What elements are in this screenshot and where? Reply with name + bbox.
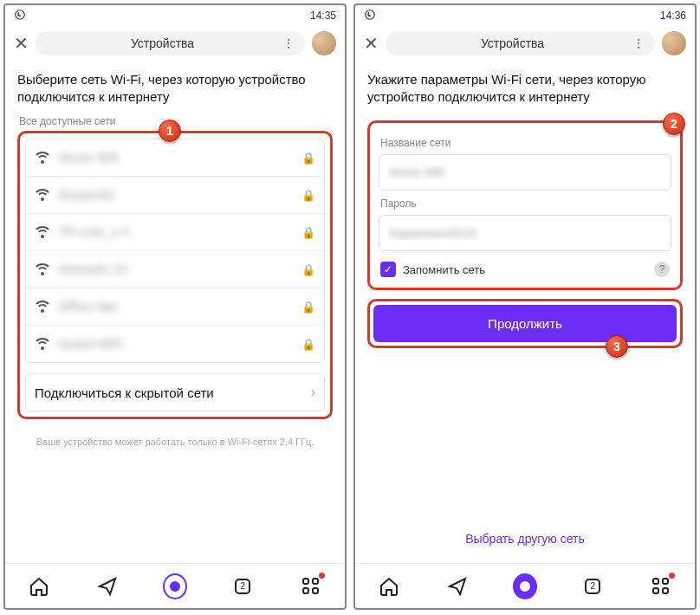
nav-services-icon[interactable] xyxy=(649,574,673,599)
remember-checkbox[interactable]: ✓ xyxy=(380,262,396,277)
nav-services-icon[interactable] xyxy=(299,574,323,599)
heading: Выберите сеть Wi-Fi, через которую устро… xyxy=(17,71,333,105)
continue-highlight: Продолжить 3 xyxy=(367,299,683,348)
network-name: Guest-WiFi xyxy=(59,337,293,351)
network-name: TP-Link_2.4 xyxy=(59,225,293,239)
avatar[interactable] xyxy=(312,31,336,55)
topbar: ✕ Устройства ⋮ xyxy=(5,26,345,61)
network-row[interactable]: TP-Link_2.4 🔒 xyxy=(26,214,324,251)
phone-screen-right: 14:36 ✕ Устройства ⋮ Укажите параметры W… xyxy=(353,3,697,610)
more-icon[interactable]: ⋮ xyxy=(281,36,296,50)
network-row[interactable]: Guest-WiFi 🔒 xyxy=(26,326,324,362)
lock-icon: 🔒 xyxy=(301,189,315,202)
nav-alice-icon[interactable] xyxy=(163,574,187,599)
network-name-label: Название сети xyxy=(380,137,670,149)
wifi-icon xyxy=(35,299,50,314)
status-time: 14:36 xyxy=(660,10,686,22)
network-row[interactable]: Home Wifi 🔒 xyxy=(26,139,324,177)
content: Выберите сеть Wi-Fi, через которую устро… xyxy=(5,61,345,563)
statusbar: 14:35 xyxy=(5,5,345,26)
wifi-icon xyxy=(35,224,50,240)
bottom-nav: 2 xyxy=(355,563,695,608)
remember-label: Запомнить сеть xyxy=(403,263,485,276)
status-time: 14:35 xyxy=(310,10,336,22)
lock-icon: 🔒 xyxy=(301,338,315,351)
heading: Укажите параметры Wi-Fi сети, через кото… xyxy=(367,71,683,105)
hidden-network-label: Подключиться к скрытой сети xyxy=(35,385,214,400)
wifi-icon xyxy=(35,336,50,352)
network-row[interactable]: Keenetic-01 🔒 xyxy=(26,251,324,288)
nav-home-icon[interactable] xyxy=(27,574,51,599)
network-name: Keenetic-01 xyxy=(59,262,293,276)
lock-icon: 🔒 xyxy=(301,301,315,314)
nav-send-icon[interactable] xyxy=(95,574,120,599)
network-name: Home Wifi xyxy=(59,151,293,165)
hidden-network-row[interactable]: Подключиться к скрытой сети › xyxy=(26,374,324,411)
notification-dot-icon xyxy=(319,573,325,579)
nav-send-icon[interactable] xyxy=(445,574,470,599)
close-icon[interactable]: ✕ xyxy=(364,33,379,54)
chevron-right-icon: › xyxy=(311,385,315,400)
footnote: Ваше устройство может работать только в … xyxy=(26,437,324,447)
whatsapp-icon xyxy=(14,9,26,23)
password-label: Пароль xyxy=(380,197,670,210)
network-row[interactable]: Router5G 🔒 xyxy=(26,177,324,214)
callout-badge-1: 1 xyxy=(159,120,181,142)
lock-icon: 🔒 xyxy=(301,152,315,165)
callout-badge-3: 3 xyxy=(606,335,628,358)
networks-highlight: 1 Home Wifi 🔒 Router5G 🔒 TP-Link_2.4 🔒 xyxy=(17,131,333,419)
bottom-nav: 2 xyxy=(5,563,345,608)
more-icon[interactable]: ⋮ xyxy=(631,36,646,50)
nav-tabs-icon[interactable]: 2 xyxy=(230,574,255,599)
avatar[interactable] xyxy=(662,31,686,55)
wifi-icon xyxy=(35,150,50,165)
remember-row: ✓ Запомнить сеть ? xyxy=(380,262,670,277)
notification-dot-icon xyxy=(669,573,675,579)
whatsapp-icon xyxy=(364,9,376,23)
network-list: Home Wifi 🔒 Router5G 🔒 TP-Link_2.4 🔒 Kee… xyxy=(25,139,325,363)
page-title: Устройства xyxy=(44,36,281,50)
topbar: ✕ Устройства ⋮ xyxy=(355,26,695,61)
continue-button[interactable]: Продолжить xyxy=(373,305,677,342)
content: Укажите параметры Wi-Fi сети, через кото… xyxy=(355,61,695,563)
lock-icon: 🔒 xyxy=(301,263,315,276)
password-input[interactable] xyxy=(379,215,671,251)
form-highlight: 2 Название сети Пароль ✓ Запомнить сеть … xyxy=(367,120,683,290)
network-row[interactable]: Office-Net 🔒 xyxy=(26,288,324,326)
phone-screen-left: 14:35 ✕ Устройства ⋮ Выберите сеть Wi-Fi… xyxy=(3,3,347,610)
lock-icon: 🔒 xyxy=(301,226,315,239)
help-icon[interactable]: ? xyxy=(654,262,670,277)
choose-other-network-link[interactable]: Выбрать другую сеть xyxy=(367,532,683,546)
title-pill[interactable]: Устройства ⋮ xyxy=(386,31,655,55)
statusbar: 14:36 xyxy=(355,5,695,26)
nav-tabs-icon[interactable]: 2 xyxy=(580,574,605,599)
wifi-icon xyxy=(35,187,50,203)
nav-home-icon[interactable] xyxy=(377,574,401,599)
close-icon[interactable]: ✕ xyxy=(14,33,29,54)
nav-alice-icon[interactable] xyxy=(513,574,537,599)
page-title: Устройства xyxy=(394,36,631,50)
wifi-icon xyxy=(35,262,50,277)
network-name: Router5G xyxy=(59,188,293,202)
network-name-input[interactable] xyxy=(379,154,671,191)
title-pill[interactable]: Устройства ⋮ xyxy=(36,31,305,55)
network-name: Office-Net xyxy=(59,300,293,314)
callout-badge-2: 2 xyxy=(663,113,685,135)
hidden-network-list: Подключиться к скрытой сети › xyxy=(25,373,325,411)
